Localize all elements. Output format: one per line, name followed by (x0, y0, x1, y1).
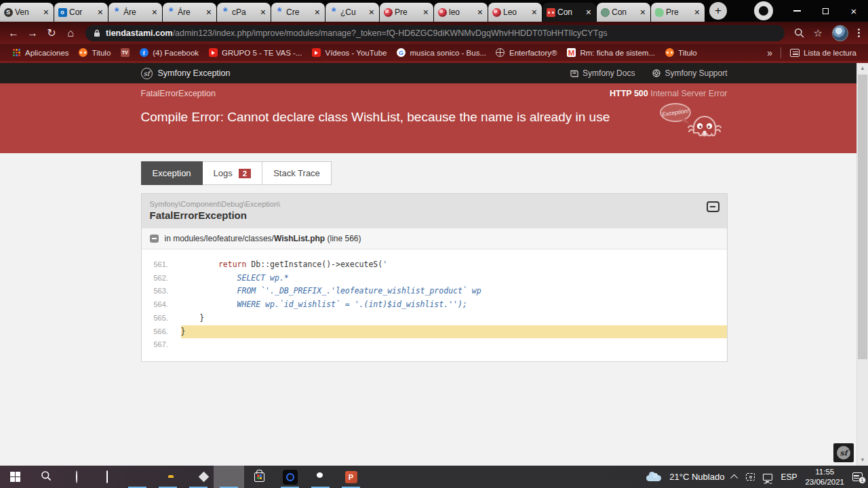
window-close-button[interactable]: × (840, 0, 868, 22)
bookmark-item[interactable]: Gmusica sonico - Bus... (392, 48, 491, 58)
tab-close-icon[interactable]: × (205, 8, 213, 16)
trace-location-row: in modules/leofeature/classes/WishList.p… (142, 228, 727, 249)
parrot-icon (437, 7, 447, 17)
reading-list-button[interactable]: Lista de lectura (785, 49, 861, 57)
tab-logs[interactable]: Logs 2 (202, 161, 263, 185)
taskbar-file-explorer-button[interactable] (153, 466, 183, 488)
parrot-icon (383, 7, 393, 17)
forward-button[interactable]: → (23, 27, 42, 39)
scrollbar-thumb[interactable] (858, 75, 867, 359)
bookmark-star-icon[interactable]: ☆ (814, 27, 823, 39)
tab-exception[interactable]: Exception (141, 161, 203, 185)
browser-tab[interactable]: Con× (597, 3, 650, 22)
browser-tab[interactable]: *cPa× (217, 3, 271, 22)
bookmark-item[interactable]: Aplicaciones (7, 48, 74, 58)
browser-tab[interactable]: leo× (434, 3, 488, 22)
taskbar-cortana-button[interactable] (61, 466, 92, 488)
tab-close-icon[interactable]: × (313, 8, 321, 16)
taskbar-camera-button[interactable] (275, 466, 305, 488)
zoom-icon[interactable] (794, 28, 804, 38)
clock[interactable]: 11:5523/06/2021 (805, 467, 844, 487)
reading-list-icon (790, 49, 800, 57)
bookmark-label: musica sonico - Bus... (410, 49, 486, 57)
bookmarks-overflow-icon[interactable]: » (763, 47, 776, 58)
taskbar-start-button[interactable] (0, 466, 31, 488)
tab-close-icon[interactable]: × (585, 8, 593, 16)
collapse-toggle-icon[interactable] (707, 201, 719, 212)
bookmark-item[interactable]: MRm: ficha de sistem... (561, 48, 660, 58)
notification-center-icon[interactable]: 1 (852, 472, 863, 481)
browser-tab[interactable]: Con× (542, 3, 596, 22)
bookmark-item[interactable]: Vídeos - YouTube (307, 48, 391, 58)
bookmark-item[interactable]: TV (115, 48, 134, 58)
page-scrollbar[interactable]: ▲ ▼ (856, 63, 868, 466)
scroll-up-icon[interactable]: ▲ (857, 63, 868, 74)
tab-close-icon[interactable]: × (151, 8, 159, 16)
tab-stack-trace[interactable]: Stack Trace (262, 161, 332, 185)
tab-close-icon[interactable]: × (639, 8, 647, 16)
browser-tab[interactable]: Pre× (380, 3, 433, 22)
browser-tab[interactable]: *Áre× (108, 3, 162, 22)
taskbar-chrome-button[interactable] (214, 466, 244, 488)
minimize-icon (793, 10, 801, 12)
parrot-icon (492, 7, 501, 17)
leaf-green-icon (654, 7, 664, 17)
taskbar-edge-button[interactable] (122, 466, 153, 488)
tab-close-icon[interactable]: × (42, 8, 50, 16)
browser-tab[interactable]: Pre× (651, 3, 705, 22)
taskbar-task-view-button[interactable] (92, 466, 122, 488)
tab-close-icon[interactable]: × (422, 8, 430, 16)
symfony-support-link[interactable]: Symfony Support (652, 68, 727, 78)
tab-close-icon[interactable]: × (530, 8, 538, 16)
globe-icon (496, 48, 505, 58)
browser-tab[interactable]: *¿Cu× (326, 3, 379, 22)
line-number: 563. (142, 285, 181, 298)
flower-blue-icon: * (220, 7, 230, 17)
tab-title: Pre (395, 7, 420, 17)
bookmark-label: GRUPO 5 - TE VAS -... (222, 49, 302, 57)
weather-label[interactable]: 21°C Nublado (669, 472, 724, 482)
bookmark-item[interactable]: Titulo (74, 48, 116, 58)
taskbar-search-button[interactable] (31, 466, 61, 488)
tab-close-icon[interactable]: × (368, 8, 376, 16)
symfony-docs-link[interactable]: Symfony Docs (570, 68, 635, 78)
trace-collapse-icon[interactable] (150, 235, 159, 243)
bookmark-item[interactable]: Titulo (660, 48, 702, 58)
browser-tab[interactable]: Leo× (488, 3, 542, 22)
taskbar-wechat-button[interactable] (305, 466, 336, 488)
profile-avatar[interactable] (832, 25, 848, 41)
screen-capture-icon[interactable] (746, 473, 755, 481)
bookmark-item[interactable]: GRUPO 5 - TE VAS -... (203, 48, 307, 58)
network-icon[interactable] (763, 474, 772, 481)
bookmark-item[interactable]: f(4) Facebook (134, 48, 203, 58)
tab-close-icon[interactable]: × (96, 8, 104, 16)
reload-button[interactable]: ↻ (42, 26, 61, 39)
tab-close-icon[interactable]: × (259, 8, 267, 16)
window-minimize-button[interactable] (783, 0, 811, 22)
ghost-red-icon (546, 7, 555, 17)
xampp-icon (665, 48, 674, 58)
symfony-toolbar-toggle[interactable]: sf (833, 443, 854, 462)
language-indicator[interactable]: ESP (781, 472, 797, 482)
bookmark-item[interactable]: Enterfactory® (491, 48, 561, 58)
browser-tab[interactable]: SVen× (0, 3, 54, 22)
back-button[interactable]: ← (4, 27, 23, 39)
browser-tab[interactable]: *Áre× (163, 3, 216, 22)
tab-close-icon[interactable]: × (693, 8, 701, 16)
window-restore-button[interactable] (811, 0, 840, 22)
scroll-down-icon[interactable]: ▼ (857, 455, 868, 466)
home-button[interactable]: ⌂ (61, 27, 80, 39)
record-indicator-icon[interactable] (754, 1, 773, 20)
taskbar-mail-button[interactable] (183, 466, 214, 488)
browser-tab[interactable]: *Cre× (271, 3, 325, 22)
weather-cloud-icon (646, 475, 661, 481)
tab-close-icon[interactable]: × (476, 8, 484, 16)
taskbar-store-button[interactable] (244, 466, 275, 488)
tray-overflow-icon[interactable] (730, 474, 738, 481)
taskbar-powerpoint-button[interactable]: P (336, 466, 366, 488)
browser-tab[interactable]: oCor× (54, 3, 108, 22)
address-bar[interactable]: tiendastami.com/admin123/index.php/impro… (85, 25, 785, 41)
new-tab-button[interactable]: + (709, 2, 727, 20)
browser-menu-icon[interactable] (858, 28, 860, 37)
tv-icon: TV (120, 48, 130, 58)
